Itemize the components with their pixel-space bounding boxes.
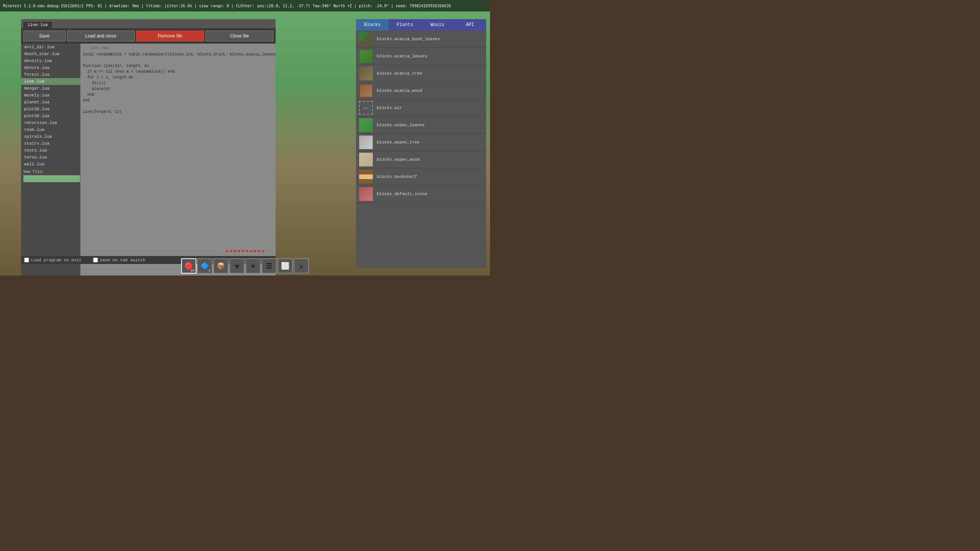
file-list: anti_dir.luadeath_star.luadensity.luadon… — [21, 44, 80, 168]
block-item[interactable]: blocks.acacia_bush_leaves — [356, 31, 486, 48]
load-on-exit-checkbox[interactable] — [24, 258, 29, 262]
block-name: blocks.acacia_tree — [377, 71, 422, 76]
file-item[interactable]: donuts.lua — [21, 64, 80, 71]
hotbar-slot[interactable]: ✕ — [245, 258, 261, 274]
save-on-switch-checkbox[interactable] — [93, 258, 98, 262]
hearts-bar: ♥♥♥♥♥♥♥♥♥♥ — [225, 248, 265, 254]
close-file-button[interactable]: Close file — [206, 31, 273, 41]
save-on-switch-label: Save on tab switch — [93, 258, 145, 262]
hud-text: Minetest 5.2.0-edu-debug-15b12b01c1 FPS:… — [3, 4, 254, 8]
hotbar-slot[interactable]: ⚔ — [294, 258, 309, 274]
heart-icon: ♥ — [229, 248, 232, 254]
block-item[interactable]: blocks.acacia_tree — [356, 65, 486, 82]
block-name: blocks.aspen_tree — [377, 140, 420, 145]
block-item[interactable]: blocks.acacia_wood — [356, 82, 486, 99]
file-item[interactable]: stairs.lua — [21, 140, 80, 147]
code-content: local randomBlock = table.randomizer({bl… — [83, 52, 273, 115]
block-icon — [359, 135, 373, 149]
editor-panel: line.lua Save Load and close Remove file… — [21, 19, 276, 276]
file-item[interactable]: anti_dir.lua — [21, 44, 80, 51]
file-item[interactable]: plot3D.lua — [21, 112, 80, 119]
file-item[interactable]: density.lua — [21, 57, 80, 64]
block-tabs: Blocks Plants Wools API — [356, 19, 486, 31]
block-icon — [359, 67, 373, 80]
block-name: blocks.aspen_wood — [377, 157, 420, 162]
heart-icon: ♥ — [234, 248, 237, 254]
hotbar-slot-icon: ⚒ — [235, 262, 239, 270]
block-item[interactable]: blocks.aspen_wood — [356, 151, 486, 168]
load-on-exit-text: Load program on exit — [31, 258, 82, 262]
file-item[interactable]: wall.lua — [21, 161, 80, 168]
file-item[interactable]: plot2D.lua — [21, 106, 80, 112]
hotbar-slot[interactable]: 99🔴 — [181, 258, 196, 274]
hotbar-slot-icon: ✕ — [251, 262, 255, 270]
heart-icon: ♥ — [253, 248, 256, 254]
hotbar-slot[interactable]: ⚒ — [229, 258, 245, 274]
file-item[interactable]: room.lua — [21, 126, 80, 133]
hotbar-slot[interactable]: 3🔷 — [197, 258, 212, 274]
hud-bar: Minetest 5.2.0-edu-debug-15b12b01c1 FPS:… — [0, 0, 490, 11]
block-icon — [359, 170, 373, 184]
hotbar-slot[interactable]: ☰ — [261, 258, 277, 274]
block-item[interactable]: blocks.acacia_leaves — [356, 48, 486, 65]
toolbar: Save Load and close Remove file Close fi… — [21, 28, 276, 44]
block-panel: Blocks Plants Wools API blocks.acacia_bu… — [356, 19, 486, 268]
remove-file-button[interactable]: Remove file — [136, 31, 204, 41]
heart-icon: ♥ — [249, 248, 252, 254]
new-file-row: + — [23, 175, 78, 182]
tab-bar: line.lua — [21, 19, 276, 28]
load-on-exit-label: Load program on exit — [24, 258, 82, 262]
block-list[interactable]: blocks.acacia_bush_leavesblocks.acacia_l… — [356, 31, 486, 268]
tab-wools[interactable]: Wools — [421, 19, 454, 31]
tab-api[interactable]: API — [454, 19, 486, 31]
heart-icon: ♥ — [261, 248, 265, 254]
file-item[interactable]: menger.lua — [21, 85, 80, 92]
file-item[interactable]: line.lua — [21, 78, 80, 85]
hotbar-slot-count: 99 — [191, 269, 194, 272]
file-item[interactable]: death_star.lua — [21, 51, 80, 57]
block-name: blocks.aspen_leaves — [377, 123, 425, 127]
heart-icon: ♥ — [237, 248, 240, 254]
block-item[interactable]: blocks.aspen_leaves — [356, 117, 486, 134]
hotbar-slot-icon: ☰ — [266, 262, 272, 270]
file-panel: anti_dir.luadeath_star.luadensity.luadon… — [21, 44, 80, 276]
heart-icon: ♥ — [242, 248, 245, 254]
new-file-input[interactable] — [23, 175, 80, 182]
file-item[interactable]: torus.lua — [21, 154, 80, 161]
file-item[interactable]: tests.lua — [21, 147, 80, 154]
file-item[interactable]: recursion.lua — [21, 119, 80, 126]
block-icon — [359, 153, 373, 166]
tab-blocks[interactable]: Blocks — [356, 19, 389, 31]
heart-icon: ♥ — [225, 248, 229, 254]
block-icon — [359, 49, 373, 63]
block-icon — [359, 187, 373, 201]
block-item[interactable]: airblocks.air — [356, 99, 486, 117]
hotbar-slot[interactable]: 📦 — [213, 258, 229, 274]
code-comment: -- line.lua — [83, 46, 273, 50]
block-name: blocks.air — [377, 106, 402, 110]
save-button[interactable]: Save — [23, 31, 65, 41]
load-close-button[interactable]: Load and close — [67, 31, 135, 41]
block-name: blocks.default_stone — [377, 192, 427, 196]
file-tab[interactable]: line.lua — [23, 21, 53, 28]
new-file-label: New file: — [23, 170, 78, 174]
file-item[interactable]: spirals.lua — [21, 133, 80, 140]
file-item[interactable]: planet.lua — [21, 99, 80, 106]
tab-plants[interactable]: Plants — [389, 19, 421, 31]
block-icon: air — [359, 101, 373, 115]
block-name: blocks.acacia_bush_leaves — [377, 37, 440, 41]
heart-icon: ♥ — [245, 248, 248, 254]
block-icon — [359, 32, 373, 46]
block-item[interactable]: blocks.aspen_tree — [356, 134, 486, 151]
hotbar-slot-icon: 📦 — [217, 262, 225, 270]
block-item[interactable]: blocks.bookshelf — [356, 168, 486, 186]
hotbar-slot[interactable]: ⬜ — [278, 258, 293, 274]
new-file-section: New file: + — [21, 168, 80, 184]
code-editor[interactable]: -- line.lua local randomBlock = table.ra… — [80, 44, 276, 276]
editor-content: anti_dir.luadeath_star.luadensity.luadon… — [21, 44, 276, 276]
hotbar-slot-count: 3 — [209, 269, 211, 272]
block-name: blocks.bookshelf — [377, 174, 417, 179]
file-item[interactable]: mosely.lua — [21, 92, 80, 99]
block-item[interactable]: blocks.default_stone — [356, 186, 486, 203]
file-item[interactable]: forest.lua — [21, 71, 80, 78]
